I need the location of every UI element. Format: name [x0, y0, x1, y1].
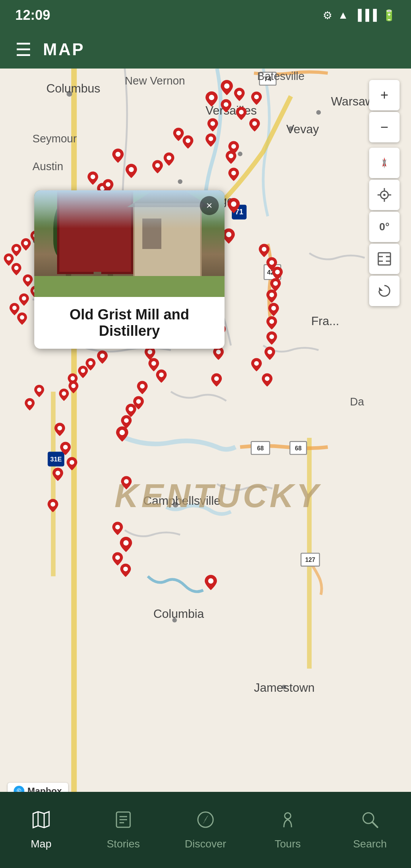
svg-point-121 [119, 430, 125, 435]
map-pin[interactable] [207, 118, 218, 133]
map-pin[interactable] [11, 263, 21, 277]
location-popup[interactable]: × [34, 190, 225, 349]
svg-point-66 [106, 182, 110, 187]
menu-icon[interactable]: ☰ [15, 39, 32, 60]
map-pin[interactable] [251, 91, 262, 107]
nav-item-discover[interactable]: Discover [164, 804, 247, 856]
map-pin[interactable] [205, 575, 217, 592]
map-pin[interactable] [211, 373, 222, 388]
svg-point-93 [254, 361, 259, 365]
svg-point-64 [91, 174, 95, 179]
map-pin[interactable] [213, 346, 224, 362]
popup-close-button[interactable]: × [200, 196, 219, 215]
map-pin[interactable] [88, 171, 98, 187]
map-pin[interactable] [266, 331, 277, 346]
map-pin[interactable] [206, 91, 218, 108]
map-pin[interactable] [173, 128, 184, 143]
map-pin[interactable] [221, 80, 233, 97]
nav-label-discover: Discover [185, 838, 226, 850]
map-pin[interactable] [112, 148, 124, 164]
svg-text:Columbus: Columbus [46, 81, 100, 95]
map-pin[interactable] [121, 476, 132, 491]
map-pin[interactable] [120, 537, 132, 554]
map-pin[interactable] [21, 238, 31, 252]
svg-point-116 [124, 418, 129, 423]
svg-rect-2 [51, 392, 56, 576]
map-pin[interactable] [34, 385, 44, 399]
map-pin[interactable] [78, 365, 88, 380]
map-pin[interactable] [126, 164, 137, 180]
map-pin[interactable] [249, 118, 260, 133]
nav-item-stories[interactable]: Stories [82, 804, 164, 856]
map-pin[interactable] [68, 381, 78, 395]
svg-line-155 [372, 822, 378, 827]
signal-icon: ▐▐▐ [354, 9, 377, 21]
svg-text:Vevay: Vevay [286, 122, 319, 136]
map-pin[interactable] [116, 426, 128, 443]
map-pin[interactable] [137, 381, 148, 396]
map-pin[interactable] [97, 350, 108, 365]
map-pin[interactable] [25, 398, 35, 412]
fullscreen-button[interactable] [369, 244, 400, 274]
map-pin[interactable] [262, 373, 272, 388]
map-pin[interactable] [236, 107, 247, 122]
map-pin[interactable] [259, 244, 269, 259]
map-pin[interactable] [264, 346, 275, 362]
map-pin[interactable] [19, 293, 29, 308]
popup-title[interactable]: Old Grist Mill and Distillery [34, 297, 225, 349]
map-pin[interactable] [251, 358, 262, 373]
svg-point-82 [12, 306, 16, 310]
svg-text:68: 68 [295, 445, 302, 452]
svg-point-60 [115, 152, 120, 157]
map-background[interactable]: 65 71 31E 421 74 68 127 68 [0, 69, 411, 807]
map-pin[interactable] [183, 135, 193, 150]
map-pin[interactable] [268, 303, 279, 318]
map-pin[interactable] [206, 133, 216, 148]
map-pin[interactable] [120, 563, 131, 579]
map-pin[interactable] [228, 198, 240, 215]
map-controls: + − 0° [369, 80, 400, 306]
map-pin[interactable] [48, 499, 58, 514]
svg-point-62 [155, 163, 160, 168]
status-time: 12:09 [15, 7, 50, 23]
map-pin[interactable] [67, 457, 77, 472]
nav-item-search[interactable]: Search [329, 804, 411, 856]
locate-button[interactable] [369, 180, 400, 210]
map-pin[interactable] [226, 150, 236, 166]
map-pin[interactable] [60, 442, 71, 457]
svg-text:Seymour: Seymour [32, 132, 77, 145]
svg-text:Fra...: Fra... [311, 314, 339, 328]
map-pin[interactable] [54, 423, 65, 438]
svg-point-21 [178, 179, 182, 184]
map-pin[interactable] [17, 312, 27, 327]
map-pin[interactable] [234, 88, 245, 103]
refresh-button[interactable] [369, 276, 400, 306]
north-button[interactable] [369, 148, 400, 178]
svg-point-101 [100, 353, 105, 358]
map-pin[interactable] [228, 168, 239, 183]
svg-point-58 [231, 201, 236, 207]
svg-text:Batesville: Batesville [257, 70, 304, 82]
map-pin[interactable] [266, 316, 277, 331]
map-pin[interactable] [112, 522, 123, 537]
zoom-in-button[interactable]: + [369, 80, 400, 110]
svg-point-76 [14, 247, 18, 251]
map-pin[interactable] [53, 468, 63, 483]
map-pin[interactable] [152, 160, 163, 175]
map-pin[interactable] [266, 289, 277, 305]
stories-nav-icon [113, 810, 133, 834]
battery-icon: 🔋 [382, 9, 396, 22]
rotate-button[interactable]: 0° [369, 212, 400, 242]
map-pin[interactable] [59, 388, 69, 403]
map-container[interactable]: 65 71 31E 421 74 68 127 68 [0, 69, 411, 807]
nav-item-tours[interactable]: Tours [247, 804, 329, 856]
nav-item-map[interactable]: Map [0, 804, 82, 856]
zoom-out-button[interactable]: − [369, 112, 400, 142]
svg-point-77 [6, 256, 11, 260]
svg-text:KENTUCKY: KENTUCKY [115, 477, 321, 514]
map-pin[interactable] [156, 369, 167, 385]
map-pin[interactable] [164, 152, 174, 168]
map-pin[interactable] [221, 99, 231, 114]
discover-nav-icon [196, 810, 215, 834]
popup-image [34, 190, 225, 297]
